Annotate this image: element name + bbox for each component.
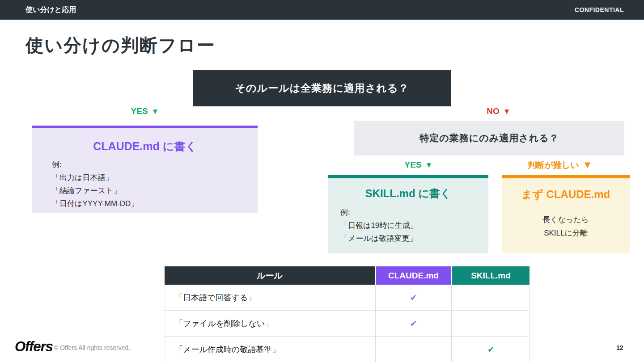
branch-label-no-text: NO [487, 106, 500, 116]
sub-question-box: 特定の業務にのみ適用される？ [354, 121, 624, 156]
example-label: 例: [340, 206, 488, 219]
fallback-note-line: 長くなったら [502, 213, 630, 227]
down-arrow-icon: ▼ [425, 161, 433, 169]
down-arrow-icon: ▼ [503, 107, 511, 116]
claude-box-examples: 例: 「出力は日本語」 「結論ファースト」 「日付はYYYY-MM-DD」 [52, 158, 258, 210]
claude-check-cell: ✔ [375, 285, 451, 310]
sub-branch-label-hard: 判断が難しい▼ [527, 159, 592, 171]
slide: 使い分けと応用 CONFIDENTIAL 使い分けの判断フロー そのルールは全業… [0, 0, 644, 362]
example-item: 「出力は日本語」 [52, 171, 258, 184]
table-header-rule: ルール [165, 266, 375, 285]
fallback-result-box: まず CLAUDE.md 長くなったら SKILLに分離 [502, 175, 630, 253]
copyright-text: © Offers All rights reserved. [54, 344, 130, 351]
root-question-box: そのルールは全業務に適用される？ [193, 70, 451, 106]
table-row: 「ファイルを削除しない」 ✔ [165, 311, 530, 337]
branch-label-yes-text: YES [131, 106, 148, 116]
top-bar: 使い分けと応用 CONFIDENTIAL [0, 0, 644, 20]
example-item: 「メールは敬語変更」 [340, 232, 488, 245]
confidential-label: CONFIDENTIAL [575, 6, 624, 13]
skill-box-examples: 例: 「日報は19時に生成」 「メールは敬語変更」 [340, 206, 488, 245]
sub-branch-label-yes: YES▼ [405, 160, 433, 170]
skill-md-result-box: SKILL.md に書く 例: 「日報は19時に生成」 「メールは敬語変更」 [328, 175, 488, 253]
rule-cell: 「ファイルを削除しない」 [165, 311, 375, 336]
rule-cell: 「メール作成時の敬語基準」 [165, 337, 375, 362]
example-label: 例: [52, 158, 258, 171]
skill-check-cell: ✔ [451, 337, 530, 362]
fallback-box-note: 長くなったら SKILLに分離 [502, 213, 630, 240]
claude-check-cell: ✔ [375, 311, 451, 336]
page-title: 使い分けの判断フロー [25, 33, 216, 58]
branch-label-yes: YES▼ [131, 106, 159, 116]
fallback-box-title: まず CLAUDE.md [502, 187, 630, 202]
table-row: 「メール作成時の敬語基準」 ✔ [165, 337, 530, 362]
table-header-row: ルール CLAUDE.md SKILL.md [165, 266, 530, 285]
section-label: 使い分けと応用 [25, 5, 76, 15]
skill-check-cell [451, 311, 530, 336]
table-body: 「日本語で回答する」 ✔ 「ファイルを削除しない」 ✔ 「メール作成時の敬語基準… [165, 285, 530, 362]
example-item: 「日付はYYYY-MM-DD」 [52, 197, 258, 210]
claude-box-title: CLAUDE.md に書く [32, 139, 258, 154]
table-header-skill: SKILL.md [451, 266, 530, 285]
claude-md-result-box: CLAUDE.md に書く 例: 「出力は日本語」 「結論ファースト」 「日付は… [32, 126, 258, 213]
rule-cell: 「日本語で回答する」 [165, 285, 375, 310]
sub-branch-yes-text: YES [405, 160, 422, 169]
claude-check-cell [375, 337, 451, 362]
down-arrow-icon: ▼ [583, 159, 593, 170]
example-item: 「結論ファースト」 [52, 184, 258, 197]
sub-branch-hard-text: 判断が難しい [527, 160, 579, 170]
offers-logo: Offers [15, 339, 53, 355]
skill-check-cell [451, 285, 530, 310]
example-item: 「日報は19時に生成」 [340, 219, 488, 232]
page-number: 12 [616, 344, 623, 351]
branch-label-no: NO▼ [487, 106, 510, 116]
fallback-note-line: SKILLに分離 [502, 227, 630, 240]
table-row: 「日本語で回答する」 ✔ [165, 285, 530, 311]
skill-box-title: SKILL.md に書く [328, 186, 488, 201]
table-header-claude: CLAUDE.md [375, 266, 451, 285]
rule-comparison-table: ルール CLAUDE.md SKILL.md 「日本語で回答する」 ✔ 「ファイ… [165, 266, 530, 362]
down-arrow-icon: ▼ [152, 107, 159, 116]
